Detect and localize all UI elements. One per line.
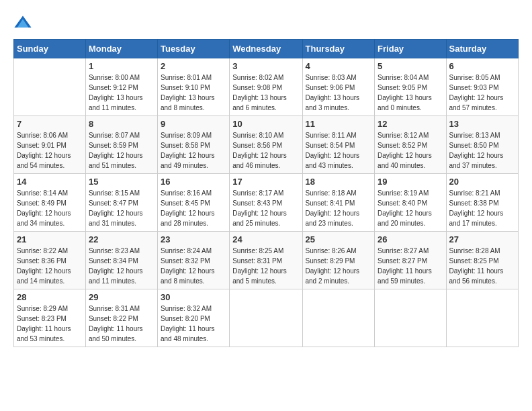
calendar-table: SundayMondayTuesdayWednesdayThursdayFrid…: [13, 39, 519, 347]
calendar-cell: 16Sunrise: 8:16 AMSunset: 8:45 PMDayligh…: [157, 174, 229, 232]
day-number: 22: [89, 234, 154, 244]
day-info: Sunrise: 8:07 AMSunset: 8:59 PMDaylight:…: [89, 130, 154, 171]
day-info: Sunrise: 8:28 AMSunset: 8:25 PMDaylight:…: [449, 246, 515, 286]
day-info: Sunrise: 8:27 AMSunset: 8:27 PMDaylight:…: [378, 246, 443, 286]
calendar-cell: [446, 289, 518, 347]
calendar-cell: 25Sunrise: 8:26 AMSunset: 8:29 PMDayligh…: [302, 232, 375, 289]
header-monday: Monday: [85, 40, 157, 58]
day-info: Sunrise: 8:05 AMSunset: 9:03 PMDaylight:…: [449, 73, 515, 113]
calendar-cell: 23Sunrise: 8:24 AMSunset: 8:32 PMDayligh…: [157, 232, 229, 289]
week-row-3: 21Sunrise: 8:22 AMSunset: 8:36 PMDayligh…: [14, 232, 519, 289]
day-number: 16: [161, 177, 226, 187]
calendar-cell: [230, 289, 302, 347]
day-info: Sunrise: 8:18 AMSunset: 8:41 PMDaylight:…: [306, 188, 372, 228]
week-row-1: 7Sunrise: 8:06 AMSunset: 9:01 PMDaylight…: [14, 116, 519, 174]
day-info: Sunrise: 8:19 AMSunset: 8:40 PMDaylight:…: [378, 188, 443, 228]
calendar-cell: 22Sunrise: 8:23 AMSunset: 8:34 PMDayligh…: [85, 232, 157, 289]
day-info: Sunrise: 8:09 AMSunset: 8:58 PMDaylight:…: [161, 130, 226, 171]
calendar-cell: 15Sunrise: 8:15 AMSunset: 8:47 PMDayligh…: [85, 174, 157, 232]
calendar-cell: [375, 289, 446, 347]
calendar-cell: 6Sunrise: 8:05 AMSunset: 9:03 PMDaylight…: [446, 58, 518, 116]
calendar-cell: 2Sunrise: 8:01 AMSunset: 9:10 PMDaylight…: [157, 58, 229, 116]
week-row-2: 14Sunrise: 8:14 AMSunset: 8:49 PMDayligh…: [14, 174, 519, 232]
day-number: 2: [161, 61, 226, 71]
calendar-cell: 4Sunrise: 8:03 AMSunset: 9:06 PMDaylight…: [302, 58, 375, 116]
day-info: Sunrise: 8:15 AMSunset: 8:47 PMDaylight:…: [89, 188, 154, 228]
calendar-cell: 20Sunrise: 8:21 AMSunset: 8:38 PMDayligh…: [446, 174, 518, 232]
day-info: Sunrise: 8:25 AMSunset: 8:31 PMDaylight:…: [232, 246, 299, 286]
day-number: 19: [378, 177, 443, 187]
day-number: 3: [232, 61, 299, 71]
header-tuesday: Tuesday: [157, 40, 229, 58]
day-info: Sunrise: 8:16 AMSunset: 8:45 PMDaylight:…: [161, 188, 226, 228]
day-info: Sunrise: 8:10 AMSunset: 8:56 PMDaylight:…: [232, 130, 299, 171]
day-number: 24: [232, 234, 299, 244]
header-row: SundayMondayTuesdayWednesdayThursdayFrid…: [14, 40, 519, 58]
day-info: Sunrise: 8:17 AMSunset: 8:43 PMDaylight:…: [232, 188, 299, 228]
day-info: Sunrise: 8:26 AMSunset: 8:29 PMDaylight:…: [306, 246, 372, 286]
day-info: Sunrise: 8:29 AMSunset: 8:23 PMDaylight:…: [17, 304, 83, 344]
day-info: Sunrise: 8:22 AMSunset: 8:36 PMDaylight:…: [17, 246, 83, 286]
calendar-cell: 28Sunrise: 8:29 AMSunset: 8:23 PMDayligh…: [14, 289, 86, 347]
page-header: [13, 13, 519, 32]
header-sunday: Sunday: [14, 40, 86, 58]
calendar-cell: 27Sunrise: 8:28 AMSunset: 8:25 PMDayligh…: [446, 232, 518, 289]
day-info: Sunrise: 8:32 AMSunset: 8:20 PMDaylight:…: [161, 304, 226, 344]
calendar-cell: 14Sunrise: 8:14 AMSunset: 8:49 PMDayligh…: [14, 174, 86, 232]
day-info: Sunrise: 8:23 AMSunset: 8:34 PMDaylight:…: [89, 246, 154, 286]
day-info: Sunrise: 8:21 AMSunset: 8:38 PMDaylight:…: [449, 188, 515, 228]
logo: [13, 13, 35, 32]
calendar-cell: 1Sunrise: 8:00 AMSunset: 9:12 PMDaylight…: [85, 58, 157, 116]
day-info: Sunrise: 8:24 AMSunset: 8:32 PMDaylight:…: [161, 246, 226, 286]
day-info: Sunrise: 8:13 AMSunset: 8:50 PMDaylight:…: [449, 130, 515, 171]
day-number: 13: [449, 119, 515, 129]
header-wednesday: Wednesday: [230, 40, 302, 58]
day-info: Sunrise: 8:02 AMSunset: 9:08 PMDaylight:…: [232, 73, 299, 113]
logo-icon: [13, 13, 32, 32]
day-info: Sunrise: 8:03 AMSunset: 9:06 PMDaylight:…: [306, 73, 372, 113]
day-info: Sunrise: 8:11 AMSunset: 8:54 PMDaylight:…: [306, 130, 372, 171]
week-row-0: 1Sunrise: 8:00 AMSunset: 9:12 PMDaylight…: [14, 58, 519, 116]
day-number: 10: [232, 119, 299, 129]
calendar-cell: 7Sunrise: 8:06 AMSunset: 9:01 PMDaylight…: [14, 116, 86, 174]
day-number: 30: [161, 292, 226, 302]
day-info: Sunrise: 8:06 AMSunset: 9:01 PMDaylight:…: [17, 130, 83, 171]
week-row-4: 28Sunrise: 8:29 AMSunset: 8:23 PMDayligh…: [14, 289, 519, 347]
day-number: 21: [17, 234, 83, 244]
day-number: 4: [306, 61, 372, 71]
day-number: 26: [378, 234, 443, 244]
day-number: 17: [232, 177, 299, 187]
day-number: 1: [89, 61, 154, 71]
calendar-cell: 21Sunrise: 8:22 AMSunset: 8:36 PMDayligh…: [14, 232, 86, 289]
calendar-cell: 24Sunrise: 8:25 AMSunset: 8:31 PMDayligh…: [230, 232, 302, 289]
calendar-cell: 9Sunrise: 8:09 AMSunset: 8:58 PMDaylight…: [157, 116, 229, 174]
day-info: Sunrise: 8:04 AMSunset: 9:05 PMDaylight:…: [378, 73, 443, 113]
day-number: 9: [161, 119, 226, 129]
calendar-cell: 10Sunrise: 8:10 AMSunset: 8:56 PMDayligh…: [230, 116, 302, 174]
calendar-cell: 13Sunrise: 8:13 AMSunset: 8:50 PMDayligh…: [446, 116, 518, 174]
calendar-cell: 8Sunrise: 8:07 AMSunset: 8:59 PMDaylight…: [85, 116, 157, 174]
calendar-cell: 30Sunrise: 8:32 AMSunset: 8:20 PMDayligh…: [157, 289, 229, 347]
day-number: 11: [306, 119, 372, 129]
day-info: Sunrise: 8:00 AMSunset: 9:12 PMDaylight:…: [89, 73, 154, 113]
calendar-cell: 11Sunrise: 8:11 AMSunset: 8:54 PMDayligh…: [302, 116, 375, 174]
day-number: 20: [449, 177, 515, 187]
day-number: 29: [89, 292, 154, 302]
day-number: 8: [89, 119, 154, 129]
day-number: 23: [161, 234, 226, 244]
day-info: Sunrise: 8:01 AMSunset: 9:10 PMDaylight:…: [161, 73, 226, 113]
calendar-cell: 17Sunrise: 8:17 AMSunset: 8:43 PMDayligh…: [230, 174, 302, 232]
calendar-cell: [302, 289, 375, 347]
day-number: 25: [306, 234, 372, 244]
day-number: 15: [89, 177, 154, 187]
day-number: 5: [378, 61, 443, 71]
day-number: 14: [17, 177, 83, 187]
day-number: 28: [17, 292, 83, 302]
calendar-cell: [14, 58, 86, 116]
day-number: 12: [378, 119, 443, 129]
header-thursday: Thursday: [302, 40, 375, 58]
header-saturday: Saturday: [446, 40, 518, 58]
day-number: 27: [449, 234, 515, 244]
calendar-cell: 26Sunrise: 8:27 AMSunset: 8:27 PMDayligh…: [375, 232, 446, 289]
calendar-cell: 19Sunrise: 8:19 AMSunset: 8:40 PMDayligh…: [375, 174, 446, 232]
